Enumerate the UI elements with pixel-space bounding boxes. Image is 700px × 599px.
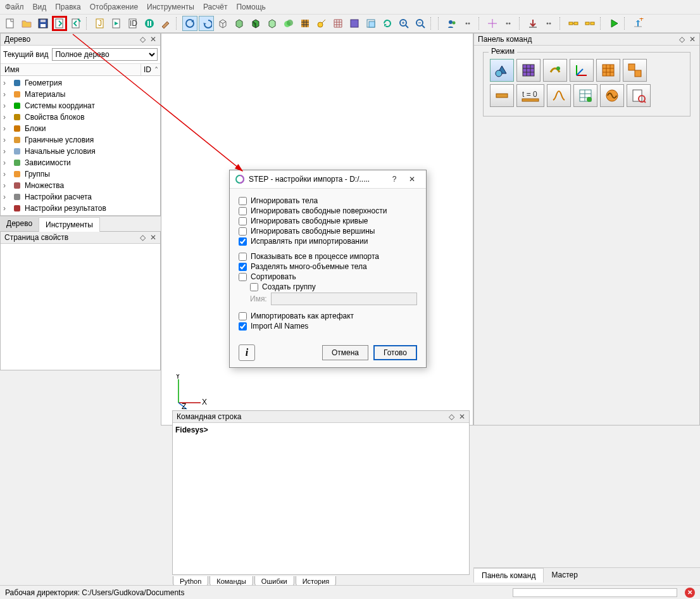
dialog-close-button[interactable]: ✕ — [403, 175, 421, 184]
measure-icon[interactable] — [314, 16, 329, 31]
props-close-icon[interactable]: ✕ — [150, 233, 156, 242]
cube-union-icon[interactable] — [281, 16, 296, 31]
dialog-checkbox[interactable] — [239, 207, 247, 215]
create-group-checkbox[interactable] — [250, 283, 258, 291]
props-float-icon[interactable]: ◇ — [140, 233, 146, 242]
info-icon[interactable]: i — [239, 344, 255, 361]
expand-icon[interactable]: › — [3, 181, 9, 190]
dialog-checkbox[interactable] — [239, 253, 247, 261]
tree-item[interactable]: › Системы координат — [3, 100, 158, 111]
tree-item[interactable]: › Блоки — [3, 123, 158, 134]
tree-item[interactable]: › Зависимости — [3, 157, 158, 168]
expand-icon[interactable]: › — [3, 90, 9, 99]
clip-icon[interactable] — [363, 16, 378, 31]
menu-calc[interactable]: Расчёт — [203, 3, 228, 11]
mode-curve-icon[interactable] — [547, 84, 571, 107]
mode-results-icon[interactable] — [627, 84, 651, 107]
dialog-checkbox[interactable] — [239, 263, 247, 271]
mode-coords-icon[interactable] — [570, 59, 594, 82]
script-run-icon[interactable] — [109, 16, 124, 31]
rotate-icon[interactable] — [182, 16, 197, 31]
zoom-out-icon[interactable] — [413, 16, 428, 31]
cube-shaded-icon[interactable] — [248, 16, 263, 31]
tab-tree[interactable]: Дерево — [0, 217, 39, 231]
dialog-checkbox[interactable] — [239, 312, 247, 320]
cube-rubik-icon[interactable] — [297, 16, 313, 31]
more2-icon[interactable] — [501, 16, 516, 31]
tree-item[interactable]: › Множества — [3, 180, 158, 191]
tree-item[interactable]: › Материалы — [3, 89, 158, 100]
refresh-icon[interactable] — [380, 16, 395, 31]
expand-icon[interactable]: › — [3, 124, 9, 133]
new-file-icon[interactable] — [3, 16, 18, 31]
panel-close-icon[interactable]: ✕ — [150, 35, 156, 44]
export-icon[interactable] — [68, 16, 84, 31]
menu-file[interactable]: Файл — [5, 3, 24, 11]
persp-icon[interactable] — [347, 16, 362, 31]
expand-icon[interactable]: › — [3, 204, 9, 213]
mode-material-icon[interactable] — [543, 59, 567, 82]
script-id-icon[interactable]: ID — [125, 16, 141, 31]
tree-col-name[interactable]: Имя — [1, 64, 141, 75]
edit-tool-icon[interactable] — [158, 16, 173, 31]
mode-bc-icon[interactable] — [490, 84, 514, 107]
link2-icon[interactable] — [582, 16, 597, 31]
menu-help[interactable]: Помощь — [236, 3, 265, 11]
error-status-icon[interactable]: ✕ — [685, 588, 695, 598]
script-new-icon[interactable]: J — [92, 16, 108, 31]
pause-icon[interactable] — [142, 16, 157, 31]
expand-icon[interactable]: › — [3, 79, 9, 87]
ok-button[interactable]: Готово — [373, 345, 417, 360]
down-arrow-icon[interactable] — [525, 16, 541, 31]
menu-view[interactable]: Вид — [33, 3, 47, 11]
cmdline-close-icon[interactable]: ✕ — [459, 412, 465, 421]
tree-item[interactable]: › Геометрия — [3, 77, 158, 89]
save-icon[interactable] — [35, 16, 51, 31]
tree-item[interactable]: › Настройки расчета — [3, 191, 158, 203]
cube-wire-icon[interactable] — [215, 16, 230, 31]
more-icon[interactable] — [461, 16, 476, 31]
cmdline-float-icon[interactable]: ◇ — [449, 412, 454, 421]
dialog-checkbox[interactable] — [239, 237, 247, 246]
dialog-help-button[interactable]: ? — [385, 175, 403, 184]
dialog-checkbox[interactable] — [239, 322, 247, 331]
link1-icon[interactable] — [566, 16, 581, 31]
import-icon[interactable] — [52, 16, 67, 31]
menu-edit[interactable]: Правка — [55, 3, 81, 11]
expand-icon[interactable]: › — [3, 192, 9, 201]
expand-icon[interactable]: › — [3, 158, 9, 167]
tree-item[interactable]: › Начальные условия — [3, 146, 158, 157]
tree-item[interactable]: › Настройки результатов — [3, 203, 158, 214]
zoom-in-icon[interactable] — [396, 16, 411, 31]
expand-icon[interactable]: › — [3, 136, 9, 144]
undo-icon[interactable] — [199, 16, 214, 31]
view-select[interactable]: Полное дерево — [52, 48, 158, 61]
mode-wave-icon[interactable] — [600, 84, 624, 107]
right-tab-master[interactable]: Мастер — [544, 568, 585, 583]
cmdpanel-close-icon[interactable]: ✕ — [689, 35, 696, 44]
cmdline-body[interactable]: Fidesys> — [173, 423, 469, 437]
users-icon[interactable] — [444, 16, 459, 31]
mode-blocks-icon[interactable] — [596, 59, 620, 82]
cancel-button[interactable]: Отмена — [322, 345, 368, 360]
right-tab-panel[interactable]: Панель команд — [473, 568, 544, 583]
tab-tools[interactable]: Инструменты — [39, 217, 100, 232]
play-icon[interactable] — [606, 16, 622, 31]
cmdpanel-float-icon[interactable]: ◇ — [679, 35, 685, 44]
expand-icon[interactable]: › — [3, 147, 9, 156]
tree-item[interactable]: › Свойства блоков — [3, 111, 158, 123]
dialog-checkbox[interactable] — [239, 273, 247, 281]
name-input[interactable] — [271, 293, 417, 305]
dialog-checkbox[interactable] — [239, 227, 247, 236]
open-folder-icon[interactable] — [19, 16, 34, 31]
cube-trans-icon[interactable] — [265, 16, 280, 31]
tree-item[interactable]: › Группы — [3, 168, 158, 180]
mode-mesh-icon[interactable] — [516, 59, 541, 82]
expand-icon[interactable]: › — [3, 113, 9, 122]
panel-float-icon[interactable]: ◇ — [140, 35, 146, 44]
mode-sections-icon[interactable] — [623, 59, 647, 82]
expand-icon[interactable]: › — [3, 101, 9, 110]
menu-display[interactable]: Отображение — [90, 3, 138, 11]
dialog-checkbox[interactable] — [239, 197, 247, 205]
crosshair-icon[interactable] — [485, 16, 500, 31]
